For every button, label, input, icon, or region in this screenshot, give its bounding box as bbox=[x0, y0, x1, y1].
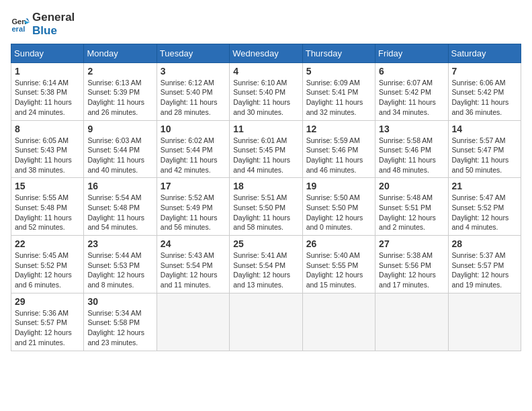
calendar-cell: 22 Sunrise: 5:45 AM Sunset: 5:52 PM Dayl… bbox=[11, 236, 84, 293]
day-info: Sunrise: 6:10 AM Sunset: 5:40 PM Dayligh… bbox=[233, 78, 298, 118]
day-number: 1 bbox=[15, 66, 80, 77]
day-number: 14 bbox=[452, 124, 517, 134]
day-number: 12 bbox=[306, 124, 371, 134]
day-header: Saturday bbox=[448, 44, 521, 62]
calendar-cell: 21 Sunrise: 5:47 AM Sunset: 5:52 PM Dayl… bbox=[448, 178, 521, 236]
day-number: 5 bbox=[306, 66, 371, 77]
day-info: Sunrise: 6:06 AM Sunset: 5:42 PM Dayligh… bbox=[452, 78, 517, 118]
logo: Gen eral General Blue bbox=[11, 11, 75, 38]
calendar-cell: 20 Sunrise: 5:48 AM Sunset: 5:51 PM Dayl… bbox=[375, 178, 448, 236]
day-info: Sunrise: 5:54 AM Sunset: 5:48 PM Dayligh… bbox=[87, 193, 152, 232]
calendar-cell bbox=[375, 293, 448, 351]
day-header: Friday bbox=[375, 44, 448, 62]
day-number: 24 bbox=[161, 238, 226, 249]
day-number: 20 bbox=[379, 181, 444, 191]
calendar-cell: 25 Sunrise: 5:41 AM Sunset: 5:54 PM Dayl… bbox=[230, 236, 302, 293]
day-info: Sunrise: 6:14 AM Sunset: 5:38 PM Dayligh… bbox=[15, 78, 80, 118]
calendar-cell: 27 Sunrise: 5:38 AM Sunset: 5:56 PM Dayl… bbox=[375, 236, 448, 293]
svg-text:Gen: Gen bbox=[11, 17, 26, 26]
calendar-cell: 29 Sunrise: 5:36 AM Sunset: 5:57 PM Dayl… bbox=[11, 293, 84, 351]
day-number: 29 bbox=[15, 296, 80, 307]
day-number: 13 bbox=[379, 124, 444, 134]
day-info: Sunrise: 5:45 AM Sunset: 5:52 PM Dayligh… bbox=[15, 250, 80, 290]
calendar-cell: 6 Sunrise: 6:07 AM Sunset: 5:42 PM Dayli… bbox=[375, 62, 448, 120]
day-number: 30 bbox=[87, 296, 152, 307]
day-number: 21 bbox=[452, 181, 517, 191]
day-number: 22 bbox=[15, 238, 80, 249]
day-header: Thursday bbox=[302, 44, 375, 62]
calendar-cell: 8 Sunrise: 6:05 AM Sunset: 5:43 PM Dayli… bbox=[11, 120, 84, 178]
day-info: Sunrise: 5:36 AM Sunset: 5:57 PM Dayligh… bbox=[15, 308, 80, 348]
day-number: 25 bbox=[233, 238, 298, 249]
day-number: 15 bbox=[15, 181, 80, 191]
calendar-week-row: 8 Sunrise: 6:05 AM Sunset: 5:43 PM Dayli… bbox=[11, 120, 521, 178]
day-info: Sunrise: 5:58 AM Sunset: 5:46 PM Dayligh… bbox=[379, 136, 444, 175]
calendar-cell: 3 Sunrise: 6:12 AM Sunset: 5:40 PM Dayli… bbox=[157, 62, 229, 120]
day-info: Sunrise: 6:07 AM Sunset: 5:42 PM Dayligh… bbox=[379, 78, 444, 118]
day-number: 10 bbox=[161, 124, 226, 134]
calendar-cell: 1 Sunrise: 6:14 AM Sunset: 5:38 PM Dayli… bbox=[11, 62, 84, 120]
calendar-week-row: 29 Sunrise: 5:36 AM Sunset: 5:57 PM Dayl… bbox=[11, 293, 521, 351]
day-number: 16 bbox=[87, 181, 152, 191]
calendar-week-row: 1 Sunrise: 6:14 AM Sunset: 5:38 PM Dayli… bbox=[11, 62, 521, 120]
day-info: Sunrise: 5:57 AM Sunset: 5:47 PM Dayligh… bbox=[452, 136, 517, 175]
calendar-cell: 14 Sunrise: 5:57 AM Sunset: 5:47 PM Dayl… bbox=[448, 120, 521, 178]
day-info: Sunrise: 6:13 AM Sunset: 5:39 PM Dayligh… bbox=[87, 78, 152, 118]
day-info: Sunrise: 5:40 AM Sunset: 5:55 PM Dayligh… bbox=[306, 250, 371, 290]
calendar-cell: 13 Sunrise: 5:58 AM Sunset: 5:46 PM Dayl… bbox=[375, 120, 448, 178]
calendar-week-row: 22 Sunrise: 5:45 AM Sunset: 5:52 PM Dayl… bbox=[11, 236, 521, 293]
day-info: Sunrise: 5:43 AM Sunset: 5:54 PM Dayligh… bbox=[161, 250, 226, 290]
day-number: 7 bbox=[452, 66, 517, 77]
day-info: Sunrise: 5:34 AM Sunset: 5:58 PM Dayligh… bbox=[87, 308, 152, 348]
day-info: Sunrise: 6:05 AM Sunset: 5:43 PM Dayligh… bbox=[15, 136, 80, 175]
day-number: 18 bbox=[233, 181, 298, 191]
calendar-cell: 18 Sunrise: 5:51 AM Sunset: 5:50 PM Dayl… bbox=[230, 178, 302, 236]
day-number: 27 bbox=[379, 238, 444, 249]
day-number: 8 bbox=[15, 124, 80, 134]
day-info: Sunrise: 5:52 AM Sunset: 5:49 PM Dayligh… bbox=[161, 193, 226, 232]
calendar-cell: 19 Sunrise: 5:50 AM Sunset: 5:50 PM Dayl… bbox=[302, 178, 375, 236]
day-header: Monday bbox=[84, 44, 157, 62]
calendar-week-row: 15 Sunrise: 5:55 AM Sunset: 5:48 PM Dayl… bbox=[11, 178, 521, 236]
day-info: Sunrise: 5:38 AM Sunset: 5:56 PM Dayligh… bbox=[379, 250, 444, 290]
day-number: 3 bbox=[161, 66, 226, 77]
day-number: 17 bbox=[161, 181, 226, 191]
day-info: Sunrise: 5:55 AM Sunset: 5:48 PM Dayligh… bbox=[15, 193, 80, 232]
calendar-cell: 15 Sunrise: 5:55 AM Sunset: 5:48 PM Dayl… bbox=[11, 178, 84, 236]
day-info: Sunrise: 5:48 AM Sunset: 5:51 PM Dayligh… bbox=[379, 193, 444, 232]
calendar: SundayMondayTuesdayWednesdayThursdayFrid… bbox=[11, 44, 521, 351]
calendar-cell: 4 Sunrise: 6:10 AM Sunset: 5:40 PM Dayli… bbox=[230, 62, 302, 120]
day-number: 28 bbox=[452, 238, 517, 249]
day-info: Sunrise: 5:37 AM Sunset: 5:57 PM Dayligh… bbox=[452, 250, 517, 290]
calendar-cell: 9 Sunrise: 6:03 AM Sunset: 5:44 PM Dayli… bbox=[84, 120, 157, 178]
day-number: 9 bbox=[87, 124, 152, 134]
calendar-cell: 28 Sunrise: 5:37 AM Sunset: 5:57 PM Dayl… bbox=[448, 236, 521, 293]
day-info: Sunrise: 5:50 AM Sunset: 5:50 PM Dayligh… bbox=[306, 193, 371, 232]
calendar-cell bbox=[157, 293, 229, 351]
day-info: Sunrise: 5:51 AM Sunset: 5:50 PM Dayligh… bbox=[233, 193, 298, 232]
day-info: Sunrise: 6:02 AM Sunset: 5:44 PM Dayligh… bbox=[161, 136, 226, 175]
day-number: 6 bbox=[379, 66, 444, 77]
day-info: Sunrise: 6:01 AM Sunset: 5:45 PM Dayligh… bbox=[233, 136, 298, 175]
calendar-header-row: SundayMondayTuesdayWednesdayThursdayFrid… bbox=[11, 44, 521, 62]
day-number: 23 bbox=[87, 238, 152, 249]
logo-text-line1: General bbox=[32, 11, 75, 24]
calendar-cell: 12 Sunrise: 5:59 AM Sunset: 5:46 PM Dayl… bbox=[302, 120, 375, 178]
day-info: Sunrise: 6:03 AM Sunset: 5:44 PM Dayligh… bbox=[87, 136, 152, 175]
day-info: Sunrise: 6:09 AM Sunset: 5:41 PM Dayligh… bbox=[306, 78, 371, 118]
calendar-cell bbox=[448, 293, 521, 351]
calendar-cell: 26 Sunrise: 5:40 AM Sunset: 5:55 PM Dayl… bbox=[302, 236, 375, 293]
calendar-cell: 11 Sunrise: 6:01 AM Sunset: 5:45 PM Dayl… bbox=[230, 120, 302, 178]
header: Gen eral General Blue bbox=[11, 11, 521, 38]
logo-text-line2: Blue bbox=[32, 24, 75, 38]
calendar-cell bbox=[230, 293, 302, 351]
calendar-cell: 5 Sunrise: 6:09 AM Sunset: 5:41 PM Dayli… bbox=[302, 62, 375, 120]
day-info: Sunrise: 5:59 AM Sunset: 5:46 PM Dayligh… bbox=[306, 136, 371, 175]
calendar-cell: 16 Sunrise: 5:54 AM Sunset: 5:48 PM Dayl… bbox=[84, 178, 157, 236]
logo-icon: Gen eral bbox=[11, 15, 30, 34]
day-info: Sunrise: 5:41 AM Sunset: 5:54 PM Dayligh… bbox=[233, 250, 298, 290]
calendar-cell: 17 Sunrise: 5:52 AM Sunset: 5:49 PM Dayl… bbox=[157, 178, 229, 236]
calendar-cell: 23 Sunrise: 5:44 AM Sunset: 5:53 PM Dayl… bbox=[84, 236, 157, 293]
day-info: Sunrise: 5:44 AM Sunset: 5:53 PM Dayligh… bbox=[87, 250, 152, 290]
day-number: 2 bbox=[87, 66, 152, 77]
